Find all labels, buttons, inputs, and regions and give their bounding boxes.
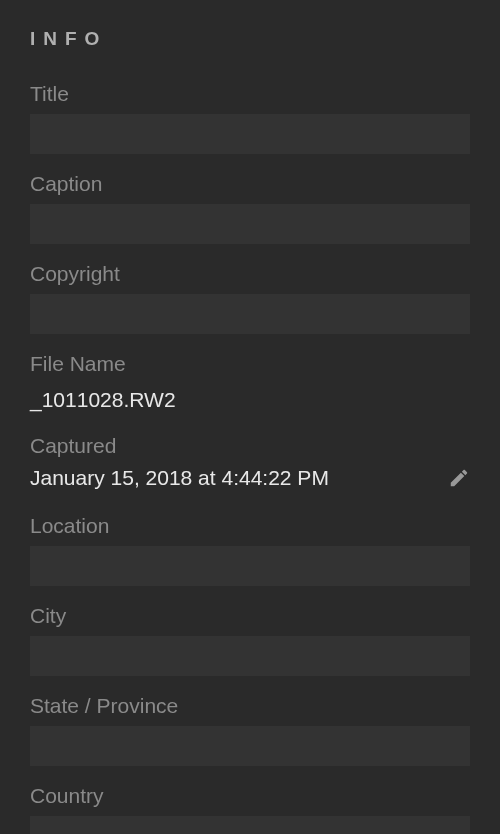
captured-row: January 15, 2018 at 4:44:22 PM: [30, 466, 470, 490]
location-input[interactable]: [30, 546, 470, 586]
location-label: Location: [30, 514, 470, 538]
pencil-icon[interactable]: [448, 467, 470, 489]
captured-value: January 15, 2018 at 4:44:22 PM: [30, 466, 329, 490]
title-input[interactable]: [30, 114, 470, 154]
city-field-group: City: [30, 604, 470, 676]
title-field-group: Title: [30, 82, 470, 154]
country-input[interactable]: [30, 816, 470, 834]
country-field-group: Country: [30, 784, 470, 834]
filename-label: File Name: [30, 352, 470, 376]
section-header: INFO: [30, 28, 470, 50]
caption-field-group: Caption: [30, 172, 470, 244]
caption-input[interactable]: [30, 204, 470, 244]
state-label: State / Province: [30, 694, 470, 718]
captured-field-group: Captured January 15, 2018 at 4:44:22 PM: [30, 434, 470, 490]
title-label: Title: [30, 82, 470, 106]
location-field-group: Location: [30, 514, 470, 586]
filename-value: _1011028.RW2: [30, 384, 470, 416]
city-label: City: [30, 604, 470, 628]
caption-label: Caption: [30, 172, 470, 196]
filename-field-group: File Name _1011028.RW2: [30, 352, 470, 416]
copyright-input[interactable]: [30, 294, 470, 334]
captured-label: Captured: [30, 434, 470, 458]
state-input[interactable]: [30, 726, 470, 766]
copyright-field-group: Copyright: [30, 262, 470, 334]
state-field-group: State / Province: [30, 694, 470, 766]
country-label: Country: [30, 784, 470, 808]
info-panel: INFO Title Caption Copyright File Name _…: [30, 28, 470, 834]
city-input[interactable]: [30, 636, 470, 676]
copyright-label: Copyright: [30, 262, 470, 286]
